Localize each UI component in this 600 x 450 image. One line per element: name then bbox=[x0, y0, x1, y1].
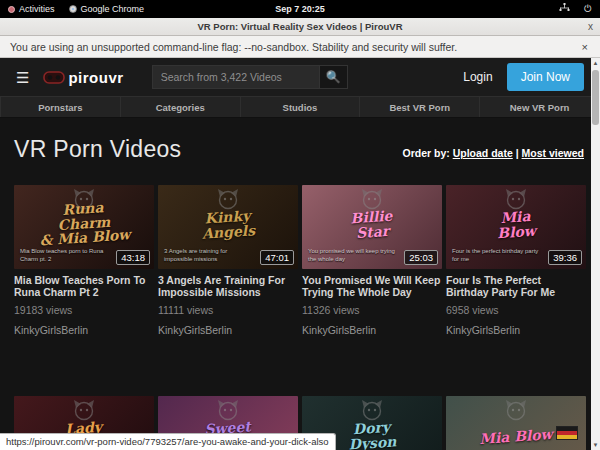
window-title: VR Porn: Virtual Reality Sex Videos | Pi… bbox=[197, 21, 402, 32]
nav-item-categories[interactable]: Categories bbox=[121, 97, 241, 117]
studio-cat-mask-icon bbox=[504, 188, 528, 210]
video-studio-link[interactable]: KinkyGirlsBerlin bbox=[302, 324, 442, 336]
video-thumbnail[interactable]: Kinky Angels 3 Angels are training for i… bbox=[158, 185, 298, 269]
active-app-menu[interactable]: Google Chrome bbox=[69, 4, 145, 14]
scrollbar-thumb[interactable] bbox=[592, 70, 599, 125]
infobar-close-icon[interactable]: × bbox=[582, 41, 588, 53]
thumbnail-overlay-title: Mia Blow bbox=[446, 424, 586, 448]
order-upload-date-link[interactable]: Upload date bbox=[453, 147, 513, 159]
duration-badge: 47:01 bbox=[260, 250, 294, 265]
search-form: 🔍 bbox=[152, 65, 348, 89]
site-header: ☰ pirouvr 🔍 Login Join Now bbox=[0, 58, 600, 96]
main-nav: Pornstars Categories Studios Best VR Por… bbox=[0, 96, 600, 118]
browser-viewport: ☰ pirouvr 🔍 Login Join Now Pornstars Cat… bbox=[0, 58, 600, 450]
order-by: Order by: Upload date | Most viewed bbox=[402, 147, 584, 163]
duration-badge: 25:03 bbox=[404, 250, 438, 265]
thumbnail-caption: You promised we will keep trying the who… bbox=[308, 248, 398, 264]
thumbnail-overlay-title: Mia Blow bbox=[446, 205, 586, 244]
video-card[interactable]: Mia Blow Four is the perfect birthday pa… bbox=[446, 185, 586, 336]
thumbnail-caption: Mia Blow teaches porn to Runa Charm pt. … bbox=[20, 248, 110, 264]
recording-indicator-icon bbox=[8, 6, 15, 13]
thumbnail-overlay-title: Kinky Angels bbox=[158, 205, 298, 244]
status-bar-url: https://pirouvr.com/vr-porn-video/779325… bbox=[0, 433, 336, 450]
video-views: 11111 views bbox=[158, 304, 298, 316]
duration-badge: 39:36 bbox=[548, 250, 582, 265]
power-icon[interactable]: ⏻ bbox=[584, 4, 592, 14]
chrome-infobar: You are using an unsupported command-lin… bbox=[0, 36, 600, 58]
video-studio-link[interactable]: KinkyGirlsBerlin bbox=[158, 324, 298, 336]
video-thumbnail[interactable]: Runa Charm & Mia Blow Mia Blow teaches p… bbox=[14, 185, 154, 269]
video-views: 19183 views bbox=[14, 304, 154, 316]
scroll-up-icon[interactable]: ▲ bbox=[591, 58, 600, 68]
chrome-app-icon bbox=[69, 5, 77, 13]
nav-item-best-vr[interactable]: Best VR Porn bbox=[360, 97, 480, 117]
order-by-label: Order by: bbox=[402, 147, 449, 159]
nav-item-studios[interactable]: Studios bbox=[241, 97, 361, 117]
search-input[interactable] bbox=[152, 65, 320, 89]
nav-item-pornstars[interactable]: Pornstars bbox=[0, 97, 121, 117]
studio-cat-mask-icon bbox=[360, 399, 384, 421]
window-close-button[interactable]: x bbox=[588, 21, 593, 32]
studio-cat-mask-icon bbox=[360, 188, 384, 210]
studio-cat-mask-icon bbox=[216, 399, 240, 421]
video-studio-link[interactable]: KinkyGirlsBerlin bbox=[446, 324, 586, 336]
video-card[interactable]: Mia Blow Milf teaches the teacher some p… bbox=[446, 396, 586, 450]
video-studio-link[interactable]: KinkyGirlsBerlin bbox=[14, 324, 154, 336]
site-logo[interactable]: pirouvr bbox=[43, 69, 123, 86]
thumbnail-overlay-title: Runa Charm & Mia Blow bbox=[14, 197, 154, 251]
vr-headset-icon bbox=[43, 71, 65, 84]
search-button[interactable]: 🔍 bbox=[320, 65, 348, 89]
video-thumbnail[interactable]: Billie Star You promised we will keep tr… bbox=[302, 185, 442, 269]
activities-button[interactable]: Activities bbox=[8, 4, 55, 14]
video-title-link[interactable]: 3 Angels Are Training For Impossible Mis… bbox=[158, 274, 298, 299]
page-title: VR Porn Videos bbox=[14, 136, 181, 163]
search-icon: 🔍 bbox=[326, 70, 341, 84]
active-app-label: Google Chrome bbox=[81, 4, 145, 14]
scroll-down-icon[interactable]: ▼ bbox=[591, 440, 600, 450]
video-thumbnail[interactable]: Mia Blow Four is the perfect birthday pa… bbox=[446, 185, 586, 269]
duration-badge: 43:18 bbox=[116, 250, 150, 265]
video-thumbnail[interactable]: Mia Blow Milf teaches the teacher some p… bbox=[446, 396, 586, 450]
login-link[interactable]: Login bbox=[463, 70, 492, 84]
thumbnail-overlay-title: Billie Star bbox=[302, 205, 442, 244]
network-icon[interactable] bbox=[559, 3, 570, 15]
video-grid: Runa Charm & Mia Blow Mia Blow teaches p… bbox=[0, 177, 600, 450]
activities-label: Activities bbox=[19, 4, 55, 14]
nav-item-new-vr[interactable]: New VR Porn bbox=[480, 97, 600, 117]
video-card[interactable]: Billie Star You promised we will keep tr… bbox=[302, 185, 442, 336]
video-views: 6958 views bbox=[446, 304, 586, 316]
site-logo-text: pirouvr bbox=[68, 69, 123, 86]
thumbnail-caption: 3 Angels are training for impossible mis… bbox=[164, 248, 254, 264]
clock[interactable]: Sep 7 20:25 bbox=[275, 4, 325, 14]
order-most-viewed-link[interactable]: Most viewed bbox=[522, 147, 584, 159]
order-separator: | bbox=[516, 147, 519, 159]
video-title-link[interactable]: Four Is The Perfect Birthday Party For M… bbox=[446, 274, 586, 299]
infobar-message: You are using an unsupported command-lin… bbox=[10, 41, 457, 53]
system-bar: Activities Google Chrome Sep 7 20:25 ⏻ bbox=[0, 0, 600, 18]
join-now-button[interactable]: Join Now bbox=[507, 63, 584, 91]
video-card[interactable]: Kinky Angels 3 Angels are training for i… bbox=[158, 185, 298, 336]
window-titlebar: VR Porn: Virtual Reality Sex Videos | Pi… bbox=[0, 18, 600, 36]
studio-cat-mask-icon bbox=[72, 399, 96, 421]
thumbnail-caption: Four is the perfect birthday party for m… bbox=[452, 248, 542, 264]
menu-icon[interactable]: ☰ bbox=[16, 70, 29, 85]
video-views: 11326 views bbox=[302, 304, 442, 316]
studio-cat-mask-icon bbox=[216, 188, 240, 210]
video-card[interactable]: Runa Charm & Mia Blow Mia Blow teaches p… bbox=[14, 185, 154, 336]
vertical-scrollbar[interactable]: ▲ ▼ bbox=[591, 58, 600, 450]
video-title-link[interactable]: Mia Blow Teaches Porn To Runa Charm Pt 2 bbox=[14, 274, 154, 299]
studio-cat-mask-icon bbox=[504, 399, 528, 421]
video-title-link[interactable]: You Promised We Will Keep Trying The Who… bbox=[302, 274, 442, 299]
